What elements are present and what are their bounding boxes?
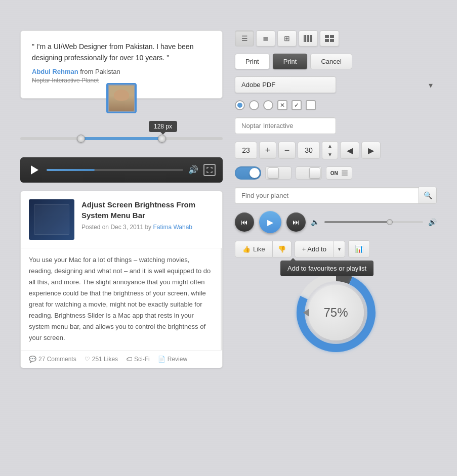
svg-rect-1 [305,35,306,42]
toggle-lines-icon [342,170,348,176]
doc-icon: 📄 [158,356,165,363]
chart-button[interactable]: 📊 [348,240,370,257]
volume-high-icon: 🔊 [428,218,437,226]
volume-low-icon: 🔈 [311,218,319,226]
thumbs-down-icon: 👎 [278,245,286,253]
plus-button[interactable]: + [259,142,276,159]
toolbar-row: ☰ ≣ ⊞ [235,30,437,47]
select-row: Adobe PDF Microsoft Word Plain Text ▾ [235,76,437,93]
blog-card: Adjust Screen Brightness From System Men… [20,191,223,368]
volume-icon: 🔊 [188,165,198,175]
donut-percent: 75% [323,306,348,320]
toggle-row: ON [235,166,437,180]
toolbar-btn-3[interactable]: ⊞ [277,30,297,47]
toggle-on-label[interactable]: ON [326,166,352,180]
radio-checkbox-row: ✕ ✓ [235,100,437,110]
heart-icon: ♡ [85,356,90,363]
review-stat: 📄 Review [158,356,187,363]
toolbar-btn-2[interactable]: ≣ [256,30,275,47]
number-controls-row: 23 + − 30 ▲ ▼ ◀ ▶ [235,141,437,159]
blog-body: You use your Mac for a lot of things – w… [21,248,222,350]
donut-chart: 75% [293,270,379,356]
minus-button[interactable]: − [278,142,296,159]
radio-button-2[interactable] [249,100,259,110]
quote-author: Abdul Rehman from Pakistan [32,68,211,75]
author-link[interactable]: Abdul Rehman [32,68,78,75]
slider-toggle-2[interactable] [296,166,322,180]
search-icon: 🔍 [424,191,432,199]
volume-slider[interactable] [324,221,423,223]
text-input-row [235,117,437,134]
media-controls-row: ⏮ ▶ ⏭ 🔈 🔊 [235,211,437,233]
noptar-text-input[interactable] [235,117,336,134]
svg-rect-5 [311,35,312,42]
range-thumb-left[interactable] [77,135,85,143]
add-to-dropdown-button[interactable]: ▾ [334,241,345,257]
action-buttons-row: 👍 Like 👎 + Add to ▾ 📊 Add to favourites … [235,240,437,257]
arrow-left-button[interactable]: ◀ [340,142,359,159]
range-thumb-right[interactable] [158,135,166,143]
search-input[interactable] [235,187,419,204]
stepper-up[interactable]: ▲ [322,142,338,150]
toolbar-btn-5[interactable] [320,30,339,47]
avatar [106,83,137,113]
toolbar-btn-4[interactable] [299,30,318,47]
svg-rect-6 [325,35,329,38]
play-main-button[interactable]: ▶ [259,211,281,233]
checkbox-check[interactable]: ✓ [292,100,302,110]
toggle-on[interactable] [235,166,261,180]
number-display-right: 30 [298,142,320,159]
video-player: 🔊 [20,157,223,183]
search-button[interactable]: 🔍 [419,187,437,204]
blog-author-link[interactable]: Fatima Wahab [153,224,192,231]
thumbs-up-icon: 👍 [242,245,251,253]
pdf-select[interactable]: Adobe PDF Microsoft Word Plain Text [235,76,336,93]
video-progress-bar[interactable] [47,169,183,171]
quote-text: " I'm a UI/Web Designer from Pakistan. I… [32,41,211,64]
print-outline-button[interactable]: Print [235,54,270,69]
svg-rect-4 [310,35,311,42]
svg-rect-2 [307,35,308,42]
select-arrow-icon: ▾ [429,80,433,90]
svg-rect-0 [304,35,305,42]
checkbox-x[interactable]: ✕ [277,100,287,110]
radio-button-1[interactable] [235,100,245,110]
blog-body-text: You use your Mac for a lot of things – w… [29,254,213,344]
tag-icon: 🏷 [126,356,132,363]
likes-stat: ♡ 251 Likes [85,356,118,363]
range-label: 128 px [149,121,177,132]
tag-stat: 🏷 Sci-Fi [126,356,150,363]
fast-forward-button[interactable]: ⏭ [286,212,306,232]
svg-rect-3 [308,35,309,42]
blog-header: Adjust Screen Brightness From System Men… [21,191,222,248]
fullscreen-button[interactable] [203,164,216,176]
range-track[interactable] [20,137,223,140]
range-slider-area: 128 px [20,125,223,149]
blog-thumbnail [29,199,74,240]
slider-toggle[interactable] [265,166,292,180]
donut-chart-container: 75% [235,265,437,361]
rewind-button[interactable]: ⏮ [235,212,254,232]
dislike-button[interactable]: 👎 [273,241,292,257]
search-row: 🔍 [235,187,437,204]
donut-inner: 75% [308,285,364,340]
svg-rect-9 [330,39,334,42]
donut-arrow-icon [303,309,309,317]
checkbox-empty[interactable] [306,100,316,110]
like-button[interactable]: 👍 Like [235,241,273,257]
blog-meta: Posted on Dec 3, 2011 by Fatima Wahab [81,224,214,231]
stepper-down[interactable]: ▼ [322,150,338,159]
toolbar-btn-1[interactable]: ☰ [235,30,254,47]
cancel-button[interactable]: Cancel [310,54,352,69]
quote-card: " I'm a UI/Web Designer from Pakistan. I… [20,30,223,99]
arrow-right-button[interactable]: ▶ [361,142,381,159]
number-stepper[interactable]: ▲ ▼ [322,141,338,159]
blog-footer: 💬 27 Comments ♡ 251 Likes 🏷 Sci-Fi 📄 Rev… [21,350,222,368]
radio-button-3[interactable] [263,100,273,110]
blog-info: Adjust Screen Brightness From System Men… [81,199,214,240]
comment-icon: 💬 [29,356,36,363]
video-play-button[interactable] [27,163,41,177]
blog-title: Adjust Screen Brightness From System Men… [81,199,214,221]
add-to-button[interactable]: + Add to [295,241,334,257]
print-dark-button[interactable]: Print [273,54,308,69]
